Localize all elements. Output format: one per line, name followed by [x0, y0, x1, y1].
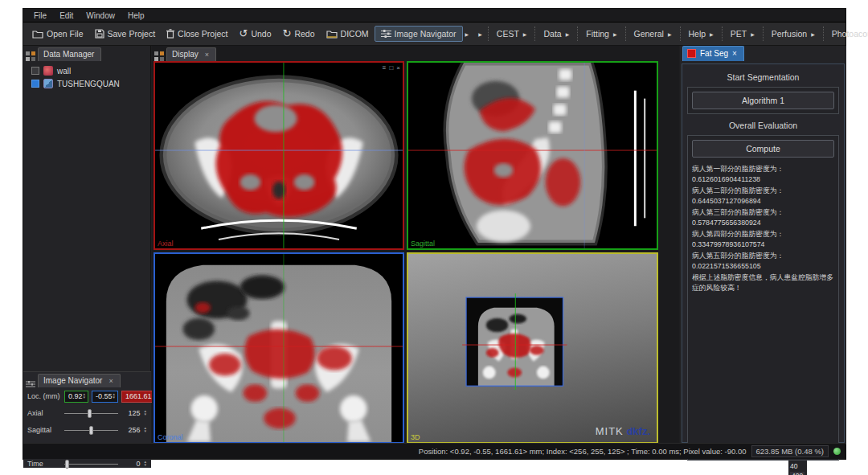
spinner-arrows-icon[interactable]: ▲▼ — [144, 410, 147, 416]
spinner-arrows-icon[interactable]: ▲▼ — [113, 393, 116, 399]
close-tab-icon[interactable]: × — [732, 49, 737, 58]
toolbar-arrow-icon[interactable]: ▶ — [476, 31, 485, 37]
visibility-checkbox[interactable] — [31, 80, 39, 88]
overall-evaluation-group: Compute 病人第一部分的脂肪密度为：0.6126016904411238 … — [687, 135, 839, 461]
toolbar-menu-cest[interactable]: CEST▶ — [492, 27, 532, 41]
viewport-menu-icon[interactable]: ≡ — [383, 64, 387, 72]
threed-scene — [408, 254, 657, 442]
spinner-arrows-icon[interactable]: ▲▼ — [144, 427, 147, 433]
result-line: 病人第二部分的脂肪密度为：0.6445037127096894 — [692, 186, 834, 207]
dicom-folder-icon — [326, 30, 338, 39]
slider-label: Time — [27, 460, 61, 468]
toolbar-overflow-arrow-icon[interactable]: ▶ — [463, 31, 472, 37]
save-project-button[interactable]: Save Project — [89, 27, 162, 41]
menu-label: Data — [543, 29, 561, 39]
dicom-button[interactable]: DICOM — [321, 27, 375, 41]
menu-help[interactable]: Help — [122, 10, 150, 21]
overall-evaluation-label: Overall Evaluation — [687, 121, 839, 130]
redo-icon: ↻ — [283, 30, 292, 38]
compute-button[interactable]: Compute — [692, 140, 834, 158]
axial-view-label: Axial — [158, 240, 174, 248]
window-level-value: 40 — [790, 462, 797, 470]
toolbar-separator — [534, 27, 535, 41]
threed-view-label: 3D — [411, 433, 420, 441]
submenu-arrow-icon: ▶ — [710, 31, 714, 37]
spinner-arrows-icon[interactable]: ▲▼ — [83, 393, 86, 399]
save-icon — [95, 29, 104, 39]
start-segmentation-label: Start Segmentation — [687, 72, 839, 82]
save-project-label: Save Project — [108, 29, 156, 39]
algorithm-1-button[interactable]: Algorithm 1 — [692, 92, 834, 109]
toolbar-menu-general[interactable]: General▶ — [629, 27, 677, 41]
threed-viewport[interactable]: MITK dkfz. 3D — [407, 252, 658, 444]
sagittal-viewport[interactable]: Sagittal — [407, 61, 658, 250]
image-navigator-tab-bar: Image Navigator × — [23, 372, 151, 387]
toolbar-menu-data[interactable]: Data▶ — [538, 27, 574, 41]
axial-slider[interactable] — [64, 408, 118, 418]
undo-icon: ↺ — [240, 30, 248, 38]
tab-label: Data Manager — [43, 50, 94, 59]
slider-handle[interactable] — [88, 409, 92, 418]
menu-file[interactable]: File — [28, 10, 52, 21]
time-slider[interactable] — [64, 459, 118, 469]
submenu-arrow-icon: ▶ — [613, 31, 617, 37]
result-line: 病人第三部分的脂肪密度为：0.5784775656380924 — [692, 207, 834, 228]
viewport-crosshair-toggle-icon[interactable]: × — [396, 64, 400, 72]
sagittal-slider[interactable] — [64, 425, 118, 435]
time-slider-row: Time 0 ▲▼ — [27, 457, 147, 470]
open-file-button[interactable]: Open File — [27, 27, 89, 41]
toolbar-menu-perfusion[interactable]: Perfusion▶ — [767, 27, 820, 41]
close-project-button[interactable]: Close Project — [161, 27, 233, 41]
viewport-maximize-icon[interactable]: □ — [389, 64, 393, 72]
coronal-viewport[interactable]: Coronal — [154, 252, 404, 444]
loc-x-value: 0.92 — [68, 392, 83, 400]
app-window: File Edit Window Help Open File Save Pro… — [23, 8, 846, 460]
visibility-checkbox[interactable] — [31, 67, 39, 75]
tab-label: Display — [172, 50, 199, 59]
tab-image-navigator[interactable]: Image Navigator × — [38, 374, 121, 387]
submenu-arrow-icon: ▶ — [566, 31, 570, 37]
memory-status-icon — [833, 448, 841, 455]
mitk-logo-text: MITK — [596, 425, 624, 437]
toolbar-separator — [680, 27, 681, 41]
toolbar-separator — [722, 27, 723, 41]
slider-label: Axial — [27, 409, 61, 417]
start-segmentation-group: Algorithm 1 — [687, 87, 839, 114]
close-project-label: Close Project — [178, 29, 227, 39]
tab-fat-seg[interactable]: Fat Seg × — [682, 46, 744, 61]
display-tab-icon — [154, 51, 164, 61]
loc-x-field[interactable]: 0.92 ▲▼ — [64, 391, 88, 403]
image-navigator-button[interactable]: Image Navigator — [375, 26, 463, 42]
tab-data-manager[interactable]: Data Manager — [38, 47, 101, 61]
axial-viewport[interactable]: ≡ □ × — [154, 61, 404, 250]
undo-button[interactable]: ↺ Undo — [234, 27, 277, 41]
loc-z-value: 1661.61 — [125, 392, 152, 400]
menu-window[interactable]: Window — [80, 10, 121, 21]
spinner-arrows-icon[interactable]: ▲▼ — [144, 461, 147, 467]
submenu-arrow-icon: ▶ — [751, 31, 755, 37]
tree-item-wall[interactable]: wall — [31, 66, 147, 76]
toolbar-separator — [625, 27, 626, 41]
toolbar-menu-photoacoustics[interactable]: Photoacoustics▶ — [827, 27, 868, 41]
fat-seg-panel: Fat Seg × Start Segmentation Algorithm 1… — [680, 46, 846, 444]
slider-handle[interactable] — [89, 426, 93, 435]
tree-item-tushengquan[interactable]: TUSHENGQUAN — [31, 79, 147, 88]
menu-label: Fitting — [586, 29, 609, 39]
toolbar-menu-fitting[interactable]: Fitting▶ — [581, 27, 621, 41]
redo-button[interactable]: ↻ Redo — [277, 27, 321, 41]
submenu-arrow-icon: ▶ — [811, 31, 815, 37]
close-tab-icon[interactable]: × — [108, 377, 113, 385]
loc-y-field[interactable]: -0.55 ▲▼ — [92, 391, 118, 403]
window-width-value: 400 — [790, 472, 805, 475]
slider-handle[interactable] — [65, 460, 69, 469]
toolbar-menu-help[interactable]: Help▶ — [684, 27, 719, 41]
tab-display[interactable]: Display × — [166, 47, 216, 61]
mitk-watermark: MITK dkfz. — [596, 425, 650, 437]
result-line: 病人第一部分的脂肪密度为：0.6126016904411238 — [692, 164, 834, 185]
display-tab-bar: Display × — [152, 46, 679, 61]
submenu-arrow-icon: ▶ — [523, 31, 527, 37]
menu-edit[interactable]: Edit — [54, 10, 79, 21]
close-tab-icon[interactable]: × — [205, 51, 209, 59]
toolbar-menu-pet[interactable]: PET▶ — [726, 27, 760, 41]
result-line: 病人第四部分的脂肪密度为：0.33479978936107574 — [692, 229, 834, 250]
